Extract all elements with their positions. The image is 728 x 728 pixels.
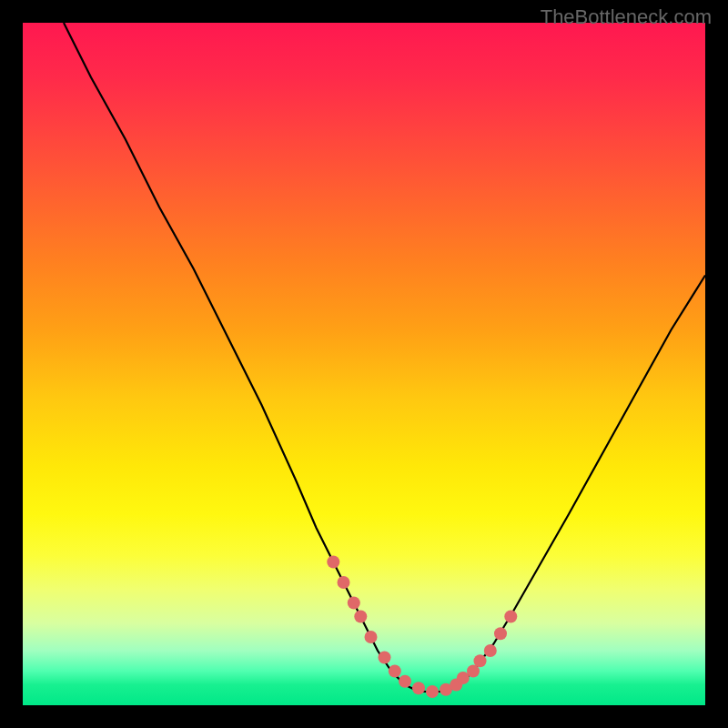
data-dot [327, 556, 339, 569]
data-dot [348, 597, 360, 610]
data-dot [494, 627, 507, 640]
data-dot [504, 611, 517, 623]
watermark-text: TheBottleneck.com [541, 5, 712, 29]
data-dot [426, 685, 439, 698]
data-dot [389, 665, 401, 678]
plot-area [23, 23, 705, 705]
chart-svg [23, 23, 705, 705]
data-dot [379, 652, 391, 664]
data-dot [338, 576, 350, 589]
data-dot [399, 675, 411, 688]
data-dot [484, 644, 497, 657]
data-dot [474, 654, 487, 667]
data-dot [365, 631, 378, 643]
data-dot [354, 611, 367, 623]
bottleneck-curve [64, 23, 705, 692]
data-dots-group [327, 556, 517, 699]
data-dot [412, 682, 425, 694]
